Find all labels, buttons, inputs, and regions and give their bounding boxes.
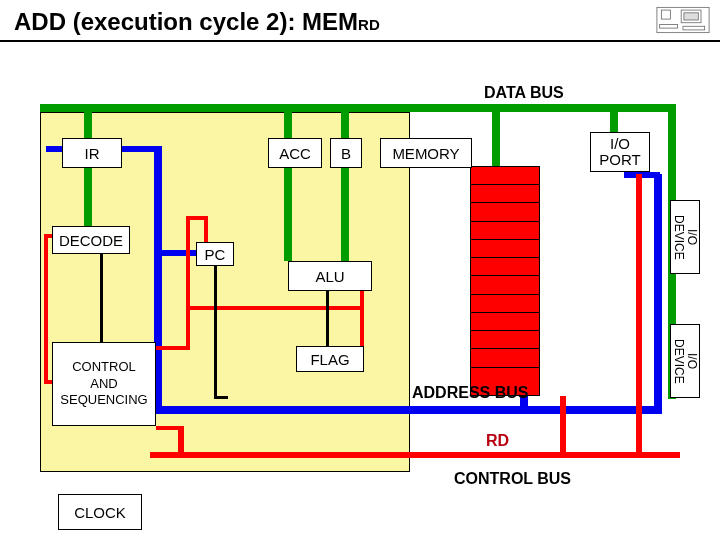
- wire-cas-h: [156, 346, 190, 350]
- io-device-1: I/O DEVICE: [670, 200, 700, 274]
- wire-databus-mem: [492, 104, 500, 166]
- computer-block-icon: [656, 6, 710, 34]
- wire-acc-alu: [284, 168, 292, 261]
- wire-databus-ir: [84, 104, 92, 138]
- memory-row: [471, 240, 539, 258]
- wire-addr-iop: [624, 172, 660, 178]
- io-device-1-label: I/O DEVICE: [671, 201, 699, 273]
- wire-pc-addr: [214, 266, 217, 396]
- svg-rect-3: [661, 10, 670, 19]
- b-label: B: [341, 145, 351, 162]
- cas-label: CONTROL AND SEQUENCING: [60, 359, 147, 410]
- decode-block: DECODE: [52, 226, 130, 254]
- clock-block: CLOCK: [58, 494, 142, 530]
- wire-cas-pc-drop: [204, 216, 208, 244]
- data-bus-label: DATA BUS: [484, 84, 564, 102]
- wire-cas-vert-bus: [186, 216, 190, 346]
- ir-label: IR: [85, 145, 100, 162]
- wire-decode-cas: [100, 254, 103, 342]
- memory-row: [471, 276, 539, 294]
- memory-row: [471, 331, 539, 349]
- memory-row: [471, 295, 539, 313]
- address-bus-main: [154, 406, 662, 414]
- pc-register: PC: [196, 242, 234, 266]
- flag-register: FLAG: [296, 346, 364, 372]
- wire-cas-updown: [44, 234, 48, 382]
- control-bus-main: [150, 452, 680, 458]
- memory-row: [471, 313, 539, 331]
- control-and-sequencing-block: CONTROL AND SEQUENCING: [52, 342, 156, 426]
- io-device-2-label: I/O DEVICE: [671, 325, 699, 397]
- wire-ctrl-cas-tap: [156, 426, 184, 430]
- memory-row: [471, 167, 539, 185]
- wire-pc-addr-h: [214, 396, 228, 399]
- pc-label: PC: [205, 246, 226, 263]
- wire-databus-b: [341, 104, 349, 138]
- data-bus-main: [40, 104, 676, 112]
- wire-databus-iop: [610, 104, 618, 132]
- io-port-block: I/O PORT: [590, 132, 650, 172]
- acc-register: ACC: [268, 138, 322, 168]
- diagram-stage: IR ACC B MEMORY I/O PORT DECODE PC ALU F…: [0, 46, 720, 540]
- wire-ctrl-from-cas: [178, 426, 184, 456]
- memory-row: [471, 222, 539, 240]
- address-bus-right: [654, 174, 662, 414]
- memory-label: MEMORY: [392, 145, 459, 162]
- wire-b-alu: [341, 168, 349, 261]
- svg-rect-4: [660, 25, 678, 29]
- control-bus-riser-mem: [560, 396, 566, 458]
- clock-label: CLOCK: [74, 504, 126, 521]
- memory-row: [471, 203, 539, 221]
- decode-label: DECODE: [59, 232, 123, 249]
- svg-rect-5: [683, 26, 705, 30]
- memory-row: [471, 185, 539, 203]
- wire-cas-alu-flag-h: [186, 306, 364, 310]
- title-main: ADD (execution cycle 2): MEM: [14, 8, 358, 35]
- alu-label: ALU: [315, 268, 344, 285]
- wire-databus-acc: [284, 104, 292, 138]
- memory-core: [470, 166, 540, 396]
- title-sub: RD: [358, 16, 380, 33]
- flag-label: FLAG: [310, 351, 349, 368]
- svg-rect-2: [684, 13, 698, 20]
- address-bus-label: ADDRESS BUS: [412, 384, 528, 402]
- rd-signal-label: RD: [486, 432, 509, 450]
- wire-cas-flag-v: [360, 306, 364, 350]
- memory-row: [471, 258, 539, 276]
- b-register: B: [330, 138, 362, 168]
- io-device-2: I/O DEVICE: [670, 324, 700, 398]
- alu-block: ALU: [288, 261, 372, 291]
- io-port-label: I/O PORT: [599, 136, 640, 169]
- acc-label: ACC: [279, 145, 311, 162]
- memory-block: MEMORY: [380, 138, 472, 168]
- memory-row: [471, 349, 539, 367]
- control-bus-riser-io: [636, 174, 642, 458]
- control-bus-label: CONTROL BUS: [454, 470, 571, 488]
- page-title: ADD (execution cycle 2): MEMRD: [14, 8, 706, 36]
- wire-ir-decode: [84, 168, 92, 226]
- wire-cas-to-decode: [44, 234, 52, 238]
- wire-alu-flag: [326, 290, 329, 346]
- ir-register: IR: [62, 138, 122, 168]
